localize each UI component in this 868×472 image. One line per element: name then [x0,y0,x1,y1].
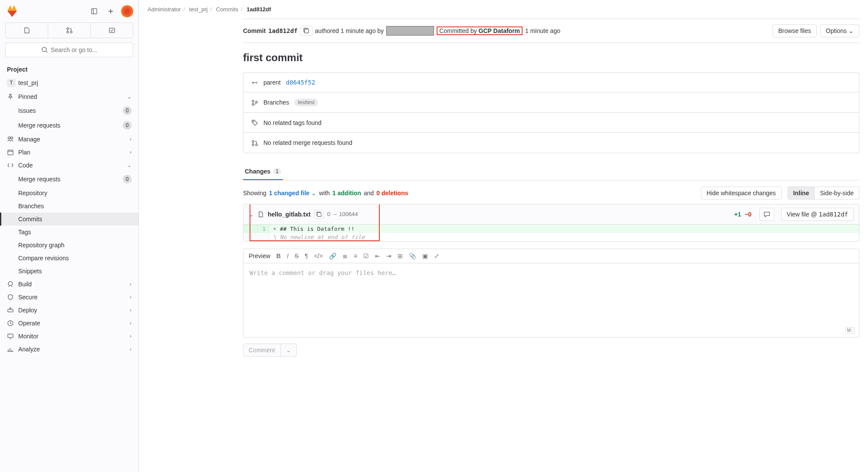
details-icon[interactable]: ▣ [422,252,428,259]
quote-icon[interactable]: ¶ [305,252,308,259]
table-icon[interactable]: ⊞ [398,252,403,259]
sidebar-code-repo[interactable]: Repository [0,187,138,200]
markdown-badge-icon[interactable]: M↓ [845,327,855,334]
breadcrumb-sha: 1ad812df [247,6,271,13]
author-redacted [386,26,434,36]
parent-sha-link[interactable]: d0645f52 [286,79,315,86]
strike-icon[interactable]: S [295,252,299,259]
svg-line-9 [46,51,47,52]
sidebar-code-commits[interactable]: Commits [0,213,138,226]
italic-icon[interactable]: I [287,252,289,259]
sidebar-code-snippets[interactable]: Snippets [0,265,138,278]
svg-rect-18 [8,334,13,338]
sidebar-build[interactable]: Build› [0,278,138,291]
comment-button[interactable]: Comment [243,344,281,357]
sidebar-plan[interactable]: Plan › [0,146,138,159]
bold-icon[interactable]: B [276,252,281,259]
chevron-down-icon: ⌄ [311,190,316,197]
sidebar-monitor[interactable]: Monitor› [0,330,138,343]
gitlab-logo-icon[interactable] [5,4,19,18]
svg-point-25 [252,100,254,102]
svg-rect-16 [8,309,13,312]
tag-icon [251,119,258,126]
comment-textarea[interactable]: Write a comment or drag your files here…… [243,263,859,337]
diff-filename[interactable]: hello_gitlab.txt [268,211,311,218]
link-icon[interactable]: 🔗 [329,252,336,259]
sidebar-deploy[interactable]: Deploy› [0,304,138,317]
sidebar-operate[interactable]: Operate› [0,317,138,330]
project-name: test_prj [18,79,132,86]
sidebar-code-graph[interactable]: Repository graph [0,239,138,252]
commit-sha: 1ad812df [268,27,297,34]
breadcrumb-admin[interactable]: Administrator [148,6,181,13]
codeblock-icon[interactable]: </> [314,252,323,259]
hide-whitespace-button[interactable]: Hide whitespace changes [701,187,782,200]
diff-line-meta: \ No newline at end of file [243,233,859,241]
svg-point-31 [256,144,257,146]
branch-chip[interactable]: testtest [294,98,318,106]
sidebar-secure[interactable]: Secure› [0,291,138,304]
copy-sha-icon[interactable] [300,26,312,36]
additions-count: 1 addition [332,190,361,197]
sidebar-pinned[interactable]: Pinned ⌄ [0,90,138,103]
pin-icon [7,93,14,100]
changed-files-link[interactable]: 1 changed file ⌄ [269,190,316,197]
svg-point-28 [253,121,254,122]
preview-tab[interactable]: Preview [249,252,270,259]
sidebar-analyze[interactable]: Analyze› [0,343,138,356]
comment-dropdown-button[interactable]: ⌄ [281,344,297,357]
project-link[interactable]: T test_prj [0,75,138,90]
sidebar-code-compare[interactable]: Compare revisions [0,252,138,265]
code-icon [7,162,14,169]
search-input[interactable]: Search or go to... [5,43,133,57]
commit-label: Commit [243,27,266,34]
chevron-down-icon: ⌄ [127,162,132,168]
shortcuts-row [5,23,133,38]
sidebar-code[interactable]: Code ⌄ [0,159,138,172]
sidebar-code-branches[interactable]: Branches [0,200,138,213]
copy-path-icon[interactable] [314,210,324,219]
svg-point-11 [11,137,13,139]
sidebar-merge-requests[interactable]: Merge requests 0 [0,118,138,133]
view-file-button[interactable]: View file @ 1ad812df [781,208,854,221]
breadcrumb-commits[interactable]: Commits [216,6,238,13]
chevron-down-icon[interactable]: ⌄ [249,211,254,218]
file-icon [257,210,264,218]
indent-icon[interactable]: ⇥ [386,252,391,259]
editor-toolbar: Preview B I S ¶ </> 🔗 ≣ ≡ ☑ ⇤ ⇥ ⊞ 📎 ▣ ⤢ [243,249,859,263]
sidebar-issues[interactable]: Issues 0 [0,103,138,118]
number-list-icon[interactable]: ≡ [354,252,357,259]
user-avatar[interactable] [121,5,133,17]
changes-tabs: Changes 1 [243,164,859,180]
sidebar-code-tags[interactable]: Tags [0,226,138,239]
breadcrumb-project[interactable]: test_prj [189,6,208,13]
bullet-list-icon[interactable]: ≣ [342,252,348,259]
issues-shortcut-icon[interactable] [6,23,48,38]
side-by-side-button[interactable]: Side-by-side [815,187,859,200]
outdent-icon[interactable]: ⇤ [375,252,380,259]
commit-icon: ⊷ [251,79,258,86]
merge-requests-shortcut-icon[interactable] [48,23,90,38]
browse-files-button[interactable]: Browse files [773,24,816,37]
create-new-icon[interactable] [105,5,117,17]
diff-line-added[interactable]: 1 + ## This is Dataform !! [243,225,859,233]
diff-header: ⌄ hello_gitlab.txt 0 → 100644 +1 −0 View… [243,204,859,225]
svg-point-30 [252,144,254,146]
options-button[interactable]: Options ⌄ [820,24,859,37]
rocket-icon [7,281,14,288]
fullscreen-icon[interactable]: ⤢ [434,252,439,259]
collapse-sidebar-icon[interactable] [88,5,100,17]
task-list-icon[interactable]: ☑ [363,252,369,259]
tab-changes[interactable]: Changes 1 [243,164,283,180]
committer-highlight: Committed by GCP Dataform [437,26,523,35]
shield-icon [7,294,14,301]
sidebar-code-mr[interactable]: Merge requests 0 [0,172,138,187]
chevron-down-icon: ⌄ [127,94,132,100]
sidebar-manage[interactable]: Manage › [0,133,138,146]
attach-icon[interactable]: 📎 [409,252,416,259]
comment-on-file-icon[interactable] [760,208,774,221]
inline-view-button[interactable]: Inline [788,187,815,200]
todos-shortcut-icon[interactable] [90,23,133,38]
svg-point-27 [256,101,257,103]
diff-mode: 0 → 100644 [327,211,358,217]
